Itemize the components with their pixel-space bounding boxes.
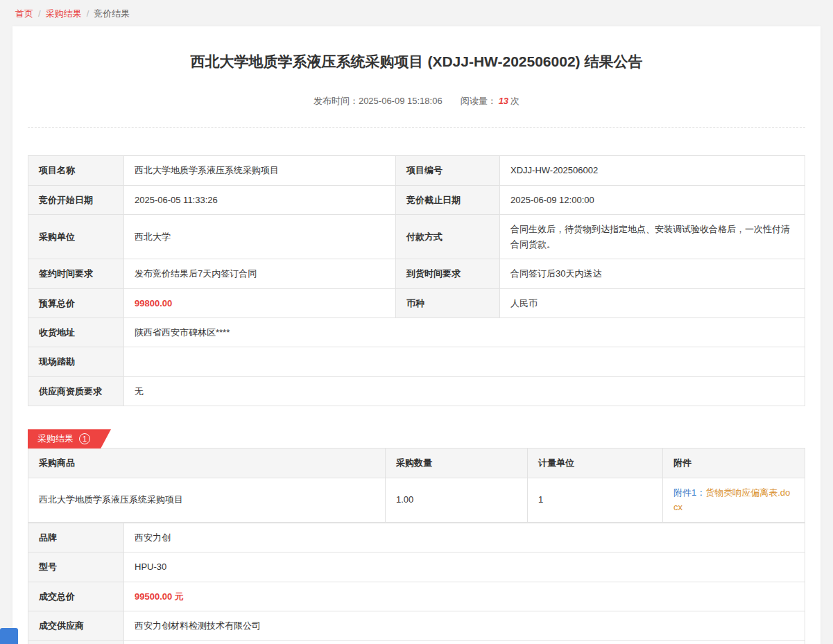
field-label: 竞价开始日期 <box>28 185 124 214</box>
field-value: XDJJ-HW-202506002 <box>500 156 805 185</box>
floating-sidebar-widget[interactable] <box>0 628 18 644</box>
product-quantity: 1.00 <box>386 478 528 522</box>
breadcrumb-home[interactable]: 首页 <box>15 8 33 19</box>
views-label: 阅读量： <box>461 96 497 106</box>
views-unit: 次 <box>510 96 519 106</box>
field-label: 成交供应商 <box>28 611 124 640</box>
result-section-badge: 采购结果 1 <box>28 429 111 449</box>
breadcrumb: 首页/采购结果/竞价结果 <box>0 0 833 26</box>
views-count: 13 <box>499 96 508 106</box>
table-row: 质保及售后服务 质保期：验收合格后15个月。响应时效：即时响应（包括电话响应）；… <box>28 641 805 644</box>
publish-time-value: 2025-06-09 15:18:06 <box>359 96 443 106</box>
field-label: 收货地址 <box>28 318 124 347</box>
field-value: 西北大学 <box>124 215 396 259</box>
warranty-service-value: 质保期：验收合格后15个月。响应时效：即时响应（包括电话响应）； 电话响应无法解… <box>124 641 805 644</box>
field-label: 成交总价 <box>28 582 124 611</box>
supplier-value: 西安力创材料检测技术有限公司 <box>124 611 805 640</box>
field-label: 采购单位 <box>28 215 124 259</box>
field-value: 2025-06-05 11:33:26 <box>124 185 396 214</box>
table-row: 西北大学地质学系液压系统采购项目 1.00 1 附件1：货物类响应偏离表.doc… <box>28 478 805 522</box>
page-title: 西北大学地质学系液压系统采购项目 (XDJJ-HW-202506002) 结果公… <box>28 51 805 71</box>
table-row: 预算总价 99800.00 币种 人民币 <box>28 288 805 317</box>
table-row: 收货地址 陕西省西安市碑林区**** <box>28 318 805 347</box>
field-label: 品牌 <box>28 523 124 552</box>
announcement-card: 西北大学地质学系液压系统采购项目 (XDJJ-HW-202506002) 结果公… <box>12 26 821 644</box>
budget-total-value: 99800.00 <box>124 288 396 317</box>
table-row: 供应商资质要求 无 <box>28 376 805 406</box>
table-row: 成交总价 99500.00 元 <box>28 582 805 611</box>
attachment-cell: 附件1：货物类响应偏离表.docx <box>663 478 805 522</box>
brand-value: 西安力创 <box>124 523 805 552</box>
field-label: 预算总价 <box>28 288 124 317</box>
field-value: 合同生效后，待货物到达指定地点、安装调试验收合格后，一次性付清合同货款。 <box>500 215 805 259</box>
breadcrumb-separator: / <box>38 8 41 19</box>
result-badge-count: 1 <box>79 433 90 444</box>
field-label: 项目编号 <box>396 156 500 185</box>
field-value: 发布竞价结果后7天内签订合同 <box>124 259 396 288</box>
field-label: 付款方式 <box>396 215 500 259</box>
project-info-table: 项目名称 西北大学地质学系液压系统采购项目 项目编号 XDJJ-HW-20250… <box>28 155 805 406</box>
result-badge-label: 采购结果 <box>37 433 74 445</box>
table-row: 竞价开始日期 2025-06-05 11:33:26 竞价截止日期 2025-0… <box>28 185 805 214</box>
breadcrumb-current: 竞价结果 <box>94 8 130 19</box>
attachment-label: 附件1： <box>673 487 705 498</box>
field-label: 现场踏勘 <box>28 347 124 376</box>
dashed-divider <box>28 127 805 128</box>
field-label: 竞价截止日期 <box>396 185 500 214</box>
column-header-unit: 计量单位 <box>528 449 663 478</box>
table-row: 签约时间要求 发布竞价结果后7天内签订合同 到货时间要求 合同签订后30天内送达 <box>28 259 805 288</box>
announcement-meta: 发布时间：2025-06-09 15:18:06阅读量：13次 <box>28 95 805 107</box>
breadcrumb-procurement-results[interactable]: 采购结果 <box>46 8 82 19</box>
field-label: 型号 <box>28 552 124 582</box>
field-value: 西北大学地质学系液压系统采购项目 <box>124 156 396 185</box>
publish-time-label: 发布时间： <box>314 96 359 106</box>
field-label: 到货时间要求 <box>396 259 500 288</box>
result-detail-table: 品牌 西安力创 型号 HPU-30 成交总价 99500.00 元 成交供应商 … <box>28 523 805 644</box>
field-value <box>124 347 805 376</box>
field-value: 陕西省西安市碑林区**** <box>124 318 805 347</box>
column-header-quantity: 采购数量 <box>386 449 528 478</box>
field-value: 无 <box>124 376 805 406</box>
breadcrumb-separator: / <box>87 8 89 19</box>
field-label: 币种 <box>396 288 500 317</box>
column-header-product: 采购商品 <box>28 449 386 478</box>
table-row: 成交供应商 西安力创材料检测技术有限公司 <box>28 611 805 640</box>
field-label: 项目名称 <box>28 156 124 185</box>
field-value: 人民币 <box>500 288 805 317</box>
field-label: 签约时间要求 <box>28 259 124 288</box>
product-unit: 1 <box>528 478 663 522</box>
field-value: 2025-06-09 12:00:00 <box>500 185 805 214</box>
table-row: 品牌 西安力创 <box>28 523 805 552</box>
field-label: 质保及售后服务 <box>28 641 124 644</box>
result-table: 采购商品 采购数量 计量单位 附件 西北大学地质学系液压系统采购项目 1.00 … <box>28 448 805 522</box>
field-label: 供应商资质要求 <box>28 376 124 406</box>
column-header-attachment: 附件 <box>663 449 805 478</box>
model-value: HPU-30 <box>124 552 805 582</box>
table-header-row: 采购商品 采购数量 计量单位 附件 <box>28 449 805 478</box>
field-value: 合同签订后30天内送达 <box>500 259 805 288</box>
table-row: 采购单位 西北大学 付款方式 合同生效后，待货物到达指定地点、安装调试验收合格后… <box>28 215 805 259</box>
table-row: 现场踏勘 <box>28 347 805 376</box>
attachment-link[interactable]: 附件1：货物类响应偏离表.docx <box>673 487 790 512</box>
table-row: 型号 HPU-30 <box>28 552 805 582</box>
table-row: 项目名称 西北大学地质学系液压系统采购项目 项目编号 XDJJ-HW-20250… <box>28 156 805 185</box>
deal-total-price-value: 99500.00 元 <box>124 582 805 611</box>
product-name: 西北大学地质学系液压系统采购项目 <box>28 478 386 522</box>
